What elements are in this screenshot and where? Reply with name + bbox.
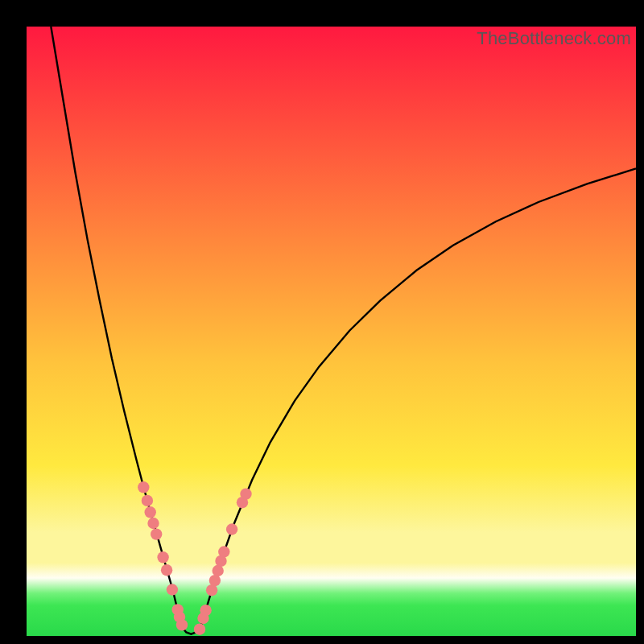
- plot-area: TheBottleneck.com: [27, 27, 636, 636]
- curve-marker: [226, 523, 237, 535]
- curve-marker: [161, 564, 172, 576]
- curve-marker: [240, 488, 251, 499]
- curve-marker: [176, 619, 188, 630]
- curve-marker: [218, 546, 229, 557]
- chart-frame: TheBottleneck.com: [0, 0, 644, 644]
- curve-marker: [147, 518, 159, 529]
- curve-path: [51, 27, 636, 634]
- curve-markers: [138, 481, 252, 635]
- curve-marker: [142, 495, 153, 506]
- curve-marker: [157, 551, 168, 563]
- curve-marker: [194, 624, 205, 635]
- curve-marker: [151, 528, 162, 539]
- curve-marker: [200, 605, 211, 616]
- curve-marker: [145, 506, 156, 518]
- curve-marker: [167, 584, 178, 595]
- curve-marker: [138, 481, 149, 493]
- bottleneck-curve: [27, 27, 636, 636]
